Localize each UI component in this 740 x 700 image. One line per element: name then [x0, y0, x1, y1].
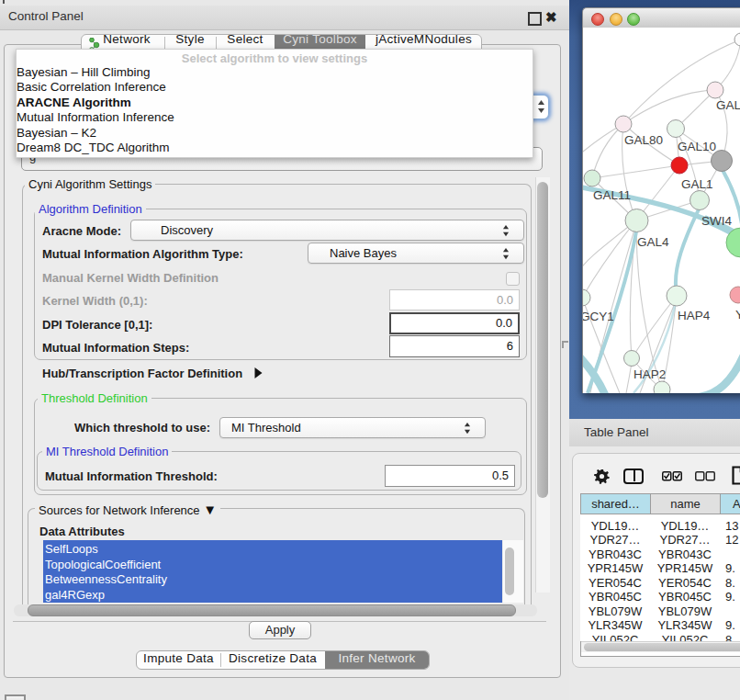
svg-text:GAL10: GAL10	[678, 140, 716, 153]
svg-text:GCY1: GCY1	[583, 310, 614, 323]
svg-text:GAL2: GAL2	[716, 98, 740, 112]
svg-text:HAP4: HAP4	[678, 309, 711, 322]
svg-text:HAP2: HAP2	[633, 367, 666, 381]
svg-text:YM: YM	[735, 308, 740, 322]
svg-text:SWI4: SWI4	[701, 214, 732, 228]
svg-text:GAL80: GAL80	[624, 133, 663, 147]
svg-text:GAL11: GAL11	[593, 188, 631, 202]
svg-text:GAL1: GAL1	[681, 177, 713, 191]
svg-text:GAL4: GAL4	[637, 235, 669, 249]
